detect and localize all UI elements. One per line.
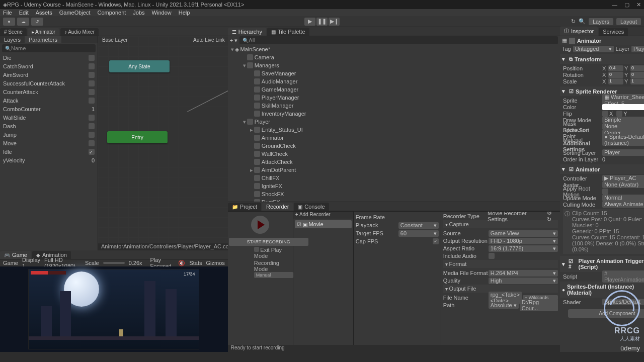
- recorder-entry-movie[interactable]: ☑ ▣ Movie: [295, 220, 352, 228]
- cloud-button[interactable]: ☁: [17, 18, 29, 26]
- search-icon[interactable]: 🔍: [579, 18, 586, 25]
- hierarchy-item-entity-status-ui[interactable]: ▸Entity_Status_UI: [228, 126, 560, 134]
- layer-dropdown[interactable]: Player▾: [631, 46, 644, 52]
- menu-jobs[interactable]: Jobs: [133, 10, 144, 16]
- mute-icon[interactable]: 🔇: [178, 260, 185, 266]
- param-attack[interactable]: Attack: [0, 96, 98, 105]
- hierarchy-item-ignitefx[interactable]: IgniteFX: [228, 182, 560, 190]
- order-in-layer-input[interactable]: 0: [602, 156, 644, 162]
- menu-gameobject[interactable]: GameObject: [59, 10, 91, 16]
- scale-slider[interactable]: [103, 262, 125, 264]
- account-button[interactable]: ●: [3, 18, 15, 26]
- output-resolution-dropdown[interactable]: FHD - 1080p▾: [489, 238, 558, 244]
- param-dash[interactable]: Dash: [0, 122, 98, 130]
- tab-inspector[interactable]: ⓘ Inspector: [560, 27, 598, 36]
- pos-y-input[interactable]: 0: [630, 65, 644, 71]
- animator-component-header[interactable]: ▾☑ Animator？ ⋮: [560, 164, 644, 174]
- aspect-ratio-dropdown[interactable]: 16:9 (1.7778)▾: [489, 245, 558, 252]
- param-wallslide[interactable]: WallSlide: [0, 113, 98, 122]
- hierarchy-item-dustfx[interactable]: DustFX: [228, 198, 560, 202]
- tab-recorder[interactable]: Recorder: [262, 203, 293, 211]
- sorting-layer-dropdown[interactable]: Player▾: [602, 149, 644, 156]
- menu-help[interactable]: Help: [179, 10, 190, 16]
- hierarchy-item-wallcheck[interactable]: WallCheck: [228, 150, 560, 158]
- tab-project[interactable]: 📁 Project: [228, 203, 261, 211]
- hierarchy-scene-root[interactable]: ▾◈ MainScene*: [228, 45, 560, 53]
- mask-interaction-dropdown[interactable]: None▾: [602, 123, 644, 130]
- hierarchy-item-attackcheck[interactable]: AttackCheck: [228, 158, 560, 166]
- gameobject-name-input[interactable]: Animator: [577, 38, 644, 44]
- playback-dropdown[interactable]: Constant▾: [398, 222, 439, 229]
- menu-assets[interactable]: Assets: [36, 10, 52, 16]
- animator-graph[interactable]: Base Layer Auto Live Link Any State Entr…: [98, 36, 228, 250]
- hierarchy-item-player[interactable]: ▾Player: [228, 118, 560, 126]
- hierarchy-item-camera[interactable]: Camera: [228, 53, 560, 61]
- tab-audio-mixer[interactable]: ♪ Audio Mixer: [60, 28, 99, 36]
- pause-button[interactable]: ❚❚: [316, 18, 328, 26]
- menu-edit[interactable]: Edit: [19, 10, 29, 16]
- rot-y-input[interactable]: 0: [630, 72, 644, 78]
- culling-mode-dropdown[interactable]: Always Animate▾: [602, 201, 644, 208]
- parameters-subtab[interactable]: Parameters: [25, 36, 61, 43]
- format-section-header[interactable]: ▾ Format: [443, 260, 558, 268]
- tag-dropdown[interactable]: Untagged▾: [573, 46, 614, 52]
- tab-services[interactable]: Services: [599, 28, 628, 36]
- hierarchy-item-animator[interactable]: Animator: [228, 134, 560, 142]
- hierarchy-item-chillfx[interactable]: ChillFX: [228, 174, 560, 182]
- state-entry[interactable]: Entry: [107, 131, 168, 143]
- param-successfulcounterattack[interactable]: SuccessfulCounterAttack: [0, 79, 98, 87]
- layout-dropdown[interactable]: Layout: [616, 18, 641, 25]
- minimize-icon[interactable]: —: [612, 2, 617, 8]
- gizmos-toggle[interactable]: Gizmos: [206, 260, 225, 266]
- source-dropdown[interactable]: Game View▾: [489, 230, 558, 237]
- recording-mode-dropdown[interactable]: Manual: [254, 272, 293, 278]
- layers-dropdown[interactable]: Layers: [589, 18, 613, 25]
- path-input[interactable]: D:/Rpg Cour...: [520, 299, 558, 311]
- layers-subtab[interactable]: Layers: [0, 36, 25, 43]
- triggers-component-header[interactable]: ▾☑ # Player Animation Triggers (Script)？…: [560, 256, 644, 272]
- close-icon[interactable]: ✕: [636, 2, 641, 8]
- param-counterattack[interactable]: CounterAttack: [0, 87, 98, 96]
- scl-x-input[interactable]: 1: [608, 78, 623, 84]
- hierarchy-search-input[interactable]: 🔍 All: [239, 36, 558, 44]
- menu-window[interactable]: Window: [152, 10, 172, 16]
- hierarchy-item-audiomanager[interactable]: AudioManager: [228, 77, 560, 85]
- gameobject-active-checkbox[interactable]: [569, 38, 575, 44]
- hierarchy-item-gamemanager[interactable]: GameManager: [228, 85, 560, 94]
- hierarchy-item-managers[interactable]: ▾Managers: [228, 61, 560, 69]
- menu-component[interactable]: Component: [97, 10, 126, 16]
- param-catchsword[interactable]: CatchSword: [0, 62, 98, 70]
- color-swatch[interactable]: [602, 104, 644, 110]
- hierarchy-item-inventorymanager[interactable]: InventoryManager: [228, 110, 560, 118]
- rot-x-input[interactable]: 0: [608, 72, 623, 78]
- add-recorder-button[interactable]: + Add Recorder: [293, 212, 353, 219]
- hierarchy-item-skillmanager[interactable]: SkillManager: [228, 102, 560, 110]
- hierarchy-item-shockfx[interactable]: ShockFX: [228, 190, 560, 198]
- material-field[interactable]: ● Sprites-Default (Instance)⊙: [602, 134, 644, 146]
- undo-history-icon[interactable]: ↻: [571, 18, 576, 25]
- hierarchy-item-groundcheck[interactable]: GroundCheck: [228, 142, 560, 150]
- history-button[interactable]: ↺: [31, 18, 43, 26]
- quality-dropdown[interactable]: High▾: [489, 278, 558, 284]
- param-aimsword[interactable]: AimSword: [0, 70, 98, 79]
- flip-x-checkbox[interactable]: [602, 111, 608, 117]
- parameter-search-input[interactable]: 🔍 Name: [2, 44, 96, 52]
- hierarchy-item-aimdotparent[interactable]: ▸AimDotParent: [228, 166, 560, 174]
- draw-mode-dropdown[interactable]: Simple▾: [602, 117, 644, 123]
- state-any[interactable]: Any State: [109, 60, 170, 72]
- param-idle[interactable]: Idle: [0, 147, 98, 156]
- menu-file[interactable]: File: [3, 10, 12, 16]
- avatar-field[interactable]: None (Avatar)⊙: [602, 182, 644, 188]
- pos-x-input[interactable]: 0.4: [608, 65, 623, 71]
- hierarchy-item-playermanager[interactable]: PlayerManager: [228, 94, 560, 102]
- recorder-play-button[interactable]: [251, 216, 269, 234]
- controller-field[interactable]: ▶ Player_AC⊙: [602, 175, 644, 182]
- param-yvelocity[interactable]: yVelocity0: [0, 156, 98, 164]
- update-mode-dropdown[interactable]: Normal▾: [602, 195, 644, 201]
- step-button[interactable]: ▶❙: [329, 18, 340, 26]
- param-combocounter[interactable]: ComboCounter1: [0, 105, 98, 113]
- target-fps-dropdown[interactable]: 60▾: [398, 230, 439, 237]
- scl-y-input[interactable]: 1: [630, 78, 644, 84]
- flip-y-checkbox[interactable]: [616, 111, 622, 117]
- tab-hierarchy[interactable]: ☰ Hierarchy: [228, 28, 266, 36]
